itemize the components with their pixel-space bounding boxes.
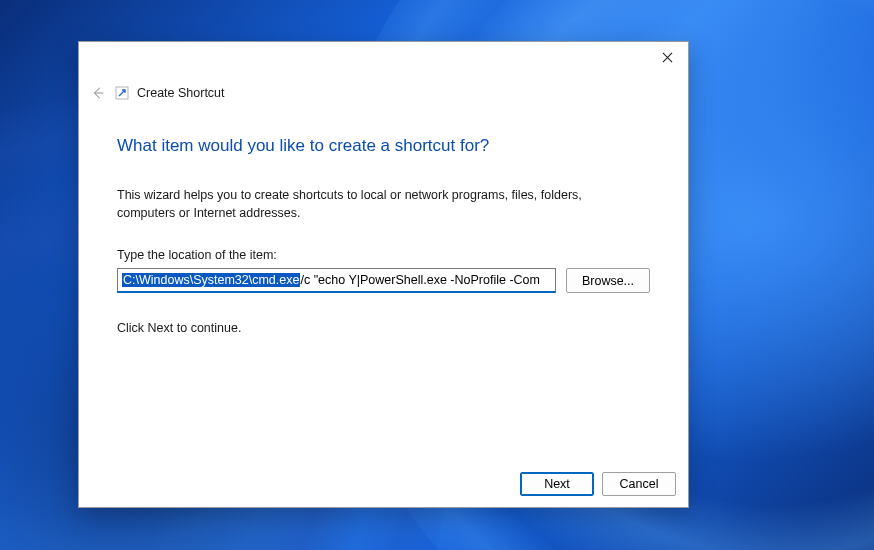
location-row: C:\Windows\System32\cmd.exe /c "echo Y|P… [117,268,650,293]
location-input[interactable]: C:\Windows\System32\cmd.exe /c "echo Y|P… [117,268,556,293]
wizard-description: This wizard helps you to create shortcut… [117,186,637,222]
location-input-selection: C:\Windows\System32\cmd.exe [122,273,300,287]
continue-hint: Click Next to continue. [117,321,650,335]
button-bar: Next Cancel [79,461,688,507]
create-shortcut-dialog: Create Shortcut What item would you like… [78,41,689,508]
shortcut-icon [115,86,129,100]
next-button[interactable]: Next [520,472,594,496]
location-label: Type the location of the item: [117,248,650,262]
page-title: What item would you like to create a sho… [117,136,650,156]
location-input-rest: /c "echo Y|PowerShell.exe -NoProfile -Co… [300,273,540,287]
dialog-content: What item would you like to create a sho… [79,106,688,461]
back-button[interactable] [89,84,107,102]
breadcrumb: Create Shortcut [137,86,225,100]
close-button[interactable] [646,42,688,72]
titlebar [79,42,688,80]
arrow-left-icon [91,86,105,100]
cancel-button[interactable]: Cancel [602,472,676,496]
header-row: Create Shortcut [79,80,688,106]
browse-button[interactable]: Browse... [566,268,650,293]
close-icon [662,52,673,63]
